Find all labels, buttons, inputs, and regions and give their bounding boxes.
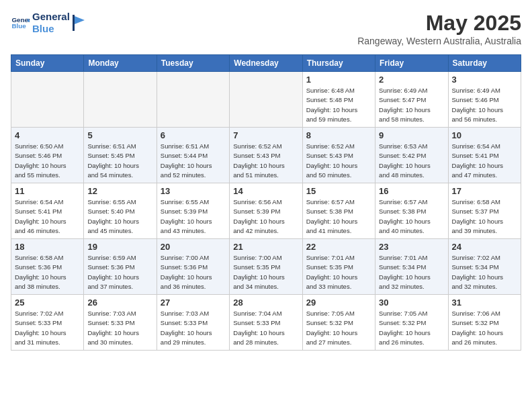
day-info: Sunrise: 6:59 AM Sunset: 5:36 PM Dayligh… <box>87 253 152 291</box>
location-subtitle: Rangeway, Western Australia, Australia <box>357 36 521 46</box>
day-info: Sunrise: 6:57 AM Sunset: 5:38 PM Dayligh… <box>306 197 371 236</box>
day-number: 1 <box>306 75 371 85</box>
day-info: Sunrise: 7:06 AM Sunset: 5:32 PM Dayligh… <box>452 309 517 347</box>
calendar-cell: 7Sunrise: 6:52 AM Sunset: 5:43 PM Daylig… <box>230 128 302 183</box>
logo-flag-icon <box>73 15 86 31</box>
day-number: 20 <box>161 242 226 252</box>
day-number: 14 <box>233 186 298 196</box>
logo: General Blue General Blue <box>11 11 86 35</box>
day-info: Sunrise: 7:00 AM Sunset: 5:35 PM Dayligh… <box>233 253 298 291</box>
day-info: Sunrise: 6:53 AM Sunset: 5:42 PM Dayligh… <box>379 142 444 180</box>
day-number: 22 <box>306 242 371 252</box>
day-number: 24 <box>452 242 517 252</box>
day-number: 10 <box>452 130 517 140</box>
day-number: 25 <box>15 298 80 308</box>
logo-blue: Blue <box>32 23 70 35</box>
calendar-cell: 26Sunrise: 7:03 AM Sunset: 5:33 PM Dayli… <box>84 295 157 351</box>
day-number: 2 <box>379 75 444 85</box>
day-info: Sunrise: 7:02 AM Sunset: 5:34 PM Dayligh… <box>452 253 517 291</box>
calendar-cell: 30Sunrise: 7:05 AM Sunset: 5:32 PM Dayli… <box>375 295 448 351</box>
calendar-week-row: 18Sunrise: 6:58 AM Sunset: 5:36 PM Dayli… <box>11 239 521 295</box>
day-number: 28 <box>233 298 298 308</box>
day-info: Sunrise: 7:03 AM Sunset: 5:33 PM Dayligh… <box>161 309 226 347</box>
title-block: May 2025 Rangeway, Western Australia, Au… <box>357 11 521 46</box>
day-info: Sunrise: 7:02 AM Sunset: 5:33 PM Dayligh… <box>15 309 80 347</box>
day-number: 11 <box>15 186 80 196</box>
day-number: 29 <box>306 298 371 308</box>
page-header: General Blue General Blue May 2025 Range… <box>11 11 521 46</box>
calendar-cell: 5Sunrise: 6:51 AM Sunset: 5:45 PM Daylig… <box>84 128 157 183</box>
col-header-saturday: Saturday <box>448 55 521 72</box>
day-number: 12 <box>87 186 152 196</box>
calendar-cell <box>84 72 157 128</box>
day-info: Sunrise: 7:01 AM Sunset: 5:34 PM Dayligh… <box>379 253 444 291</box>
day-info: Sunrise: 6:51 AM Sunset: 5:44 PM Dayligh… <box>161 142 226 180</box>
col-header-monday: Monday <box>84 55 157 72</box>
col-header-thursday: Thursday <box>302 55 375 72</box>
day-info: Sunrise: 6:54 AM Sunset: 5:41 PM Dayligh… <box>452 142 517 180</box>
day-info: Sunrise: 6:50 AM Sunset: 5:46 PM Dayligh… <box>15 142 80 180</box>
day-info: Sunrise: 6:52 AM Sunset: 5:43 PM Dayligh… <box>233 142 298 180</box>
day-number: 30 <box>379 298 444 308</box>
calendar-cell: 24Sunrise: 7:02 AM Sunset: 5:34 PM Dayli… <box>448 239 521 295</box>
day-info: Sunrise: 6:56 AM Sunset: 5:39 PM Dayligh… <box>233 197 298 236</box>
day-number: 31 <box>452 298 517 308</box>
calendar-cell: 14Sunrise: 6:56 AM Sunset: 5:39 PM Dayli… <box>230 183 302 239</box>
calendar-cell: 23Sunrise: 7:01 AM Sunset: 5:34 PM Dayli… <box>375 239 448 295</box>
day-info: Sunrise: 7:04 AM Sunset: 5:33 PM Dayligh… <box>233 309 298 347</box>
svg-marker-4 <box>75 16 85 24</box>
calendar-cell <box>230 72 302 128</box>
calendar-table: SundayMondayTuesdayWednesdayThursdayFrid… <box>11 54 521 351</box>
logo-icon: General Blue <box>11 13 30 32</box>
day-info: Sunrise: 7:05 AM Sunset: 5:32 PM Dayligh… <box>379 309 444 347</box>
day-info: Sunrise: 7:05 AM Sunset: 5:32 PM Dayligh… <box>306 309 371 347</box>
day-info: Sunrise: 6:55 AM Sunset: 5:39 PM Dayligh… <box>161 197 226 236</box>
svg-text:Blue: Blue <box>11 22 26 30</box>
day-info: Sunrise: 6:57 AM Sunset: 5:38 PM Dayligh… <box>379 197 444 236</box>
day-info: Sunrise: 6:58 AM Sunset: 5:37 PM Dayligh… <box>452 197 517 236</box>
calendar-week-row: 25Sunrise: 7:02 AM Sunset: 5:33 PM Dayli… <box>11 295 521 351</box>
day-number: 23 <box>379 242 444 252</box>
day-number: 9 <box>379 130 444 140</box>
calendar-cell: 9Sunrise: 6:53 AM Sunset: 5:42 PM Daylig… <box>375 128 448 183</box>
day-info: Sunrise: 7:00 AM Sunset: 5:36 PM Dayligh… <box>161 253 226 291</box>
calendar-cell: 21Sunrise: 7:00 AM Sunset: 5:35 PM Dayli… <box>230 239 302 295</box>
calendar-cell: 4Sunrise: 6:50 AM Sunset: 5:46 PM Daylig… <box>11 128 84 183</box>
day-info: Sunrise: 7:03 AM Sunset: 5:33 PM Dayligh… <box>87 309 152 347</box>
day-number: 18 <box>15 242 80 252</box>
calendar-cell: 11Sunrise: 6:54 AM Sunset: 5:41 PM Dayli… <box>11 183 84 239</box>
calendar-cell: 22Sunrise: 7:01 AM Sunset: 5:35 PM Dayli… <box>302 239 375 295</box>
calendar-cell: 20Sunrise: 7:00 AM Sunset: 5:36 PM Dayli… <box>157 239 229 295</box>
calendar-week-row: 4Sunrise: 6:50 AM Sunset: 5:46 PM Daylig… <box>11 128 521 183</box>
day-info: Sunrise: 6:51 AM Sunset: 5:45 PM Dayligh… <box>87 142 152 180</box>
calendar-cell: 19Sunrise: 6:59 AM Sunset: 5:36 PM Dayli… <box>84 239 157 295</box>
day-info: Sunrise: 6:54 AM Sunset: 5:41 PM Dayligh… <box>15 197 80 236</box>
day-number: 6 <box>161 130 226 140</box>
col-header-tuesday: Tuesday <box>157 55 229 72</box>
day-info: Sunrise: 6:48 AM Sunset: 5:48 PM Dayligh… <box>306 86 371 124</box>
day-number: 8 <box>306 130 371 140</box>
col-header-sunday: Sunday <box>11 55 84 72</box>
day-info: Sunrise: 6:52 AM Sunset: 5:43 PM Dayligh… <box>306 142 371 180</box>
calendar-cell: 13Sunrise: 6:55 AM Sunset: 5:39 PM Dayli… <box>157 183 229 239</box>
col-header-wednesday: Wednesday <box>230 55 302 72</box>
logo-general: General <box>32 11 70 23</box>
calendar-cell: 17Sunrise: 6:58 AM Sunset: 5:37 PM Dayli… <box>448 183 521 239</box>
calendar-cell: 27Sunrise: 7:03 AM Sunset: 5:33 PM Dayli… <box>157 295 229 351</box>
calendar-cell: 8Sunrise: 6:52 AM Sunset: 5:43 PM Daylig… <box>302 128 375 183</box>
day-number: 15 <box>306 186 371 196</box>
calendar-header-row: SundayMondayTuesdayWednesdayThursdayFrid… <box>11 55 521 72</box>
day-info: Sunrise: 6:55 AM Sunset: 5:40 PM Dayligh… <box>87 197 152 236</box>
calendar-cell <box>157 72 229 128</box>
calendar-week-row: 11Sunrise: 6:54 AM Sunset: 5:41 PM Dayli… <box>11 183 521 239</box>
calendar-cell: 12Sunrise: 6:55 AM Sunset: 5:40 PM Dayli… <box>84 183 157 239</box>
calendar-cell: 18Sunrise: 6:58 AM Sunset: 5:36 PM Dayli… <box>11 239 84 295</box>
col-header-friday: Friday <box>375 55 448 72</box>
svg-rect-3 <box>73 15 75 31</box>
day-info: Sunrise: 7:01 AM Sunset: 5:35 PM Dayligh… <box>306 253 371 291</box>
calendar-week-row: 1Sunrise: 6:48 AM Sunset: 5:48 PM Daylig… <box>11 72 521 128</box>
calendar-cell: 1Sunrise: 6:48 AM Sunset: 5:48 PM Daylig… <box>302 72 375 128</box>
day-number: 5 <box>87 130 152 140</box>
day-info: Sunrise: 6:49 AM Sunset: 5:46 PM Dayligh… <box>452 86 517 124</box>
day-number: 13 <box>161 186 226 196</box>
